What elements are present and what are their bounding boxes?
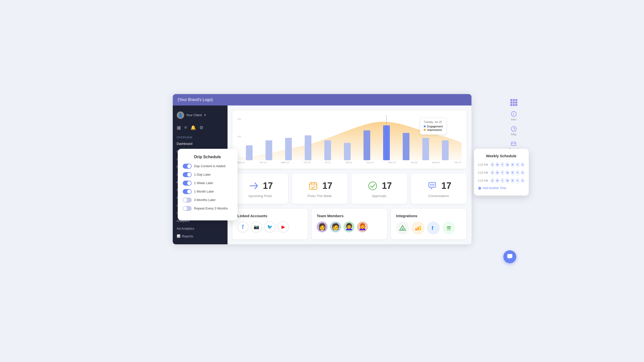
day-W2[interactable]: W (505, 178, 509, 183)
integration-analytics[interactable] (412, 221, 424, 234)
social-youtube[interactable]: ▶ (278, 221, 289, 232)
day-S1[interactable]: S (490, 170, 494, 175)
integration-facebook[interactable]: f (427, 221, 440, 234)
day-W1[interactable]: W (505, 170, 509, 175)
stat-card-conversations: 17 Conversations (411, 174, 466, 204)
sidebar-item-ad-analytics[interactable]: Ad Analytics (173, 225, 228, 232)
stat-card-posts-week: 17 Posts This Week (292, 174, 348, 204)
tooltip-impressions: Impressions (424, 128, 442, 131)
bar-11 (442, 140, 448, 160)
drip-label-4: 3 Months Later (194, 198, 216, 202)
day-S0b[interactable]: S (520, 162, 524, 167)
day-R1[interactable]: R (510, 170, 514, 175)
bar-6 (344, 143, 350, 160)
drip-toggle-0[interactable] (183, 164, 192, 169)
integration-google-drive[interactable]: ▲ (396, 221, 409, 234)
chart-tooltip: Tuesday, Jun 25 Engagement Impressions (420, 118, 446, 135)
stat-card-upcoming: 17 Upcoming Posts (232, 174, 288, 204)
integrations-row: ▲ (396, 221, 462, 234)
chat-button[interactable] (503, 250, 516, 263)
bar-5 (324, 140, 331, 160)
engagement-dot (424, 125, 426, 127)
day-W0[interactable]: W (505, 162, 509, 167)
day-R0[interactable]: R (510, 162, 514, 167)
day-T0[interactable]: T (500, 162, 504, 167)
faq-label: FAQ (511, 133, 516, 136)
conversations-icon (426, 180, 438, 192)
stat-icon-number-approvals: 17 (356, 180, 402, 192)
weekly-schedule-title: Weekly Schedule (478, 154, 525, 158)
menu-icon[interactable]: ≡ (184, 125, 187, 130)
day-F0[interactable]: F (516, 162, 520, 167)
day-T1[interactable]: T (500, 170, 504, 175)
svg-rect-15 (447, 226, 451, 227)
day-F2[interactable]: F (516, 178, 520, 183)
day-S2b[interactable]: S (520, 178, 524, 183)
day-M0[interactable]: M (496, 162, 499, 167)
day-S2[interactable]: S (490, 178, 494, 183)
dropdown-icon: ▼ (204, 114, 206, 116)
svg-rect-17 (447, 229, 451, 230)
approvals-number: 17 (382, 181, 392, 191)
social-twitter[interactable]: 🐦 (264, 221, 275, 232)
linked-accounts-title: Linked Accounts (238, 214, 303, 218)
impressions-dot (424, 129, 426, 131)
bar-10 (422, 138, 429, 160)
day-S1b[interactable]: S (520, 170, 524, 175)
schedule-row-2: 2:22 PM S M T W R F S (478, 178, 525, 183)
bell-icon[interactable]: 🔔 (190, 125, 196, 130)
tooltip-engagement: Engagement (424, 125, 442, 128)
settings-icon[interactable]: ⚙ (200, 125, 204, 130)
sidebar-user[interactable]: 👤 Your Client ▼ (173, 109, 228, 123)
display-icon[interactable]: ▦ (177, 125, 181, 130)
schedule-row-0: 2:22 PM S M T W R F S (478, 162, 525, 167)
drip-toggle-4[interactable] (183, 198, 192, 203)
right-panel-intro[interactable]: i Intro (511, 111, 517, 121)
faq-icon: ? (511, 126, 517, 132)
svg-point-7 (433, 184, 434, 185)
drip-toggle-3[interactable] (183, 189, 192, 194)
add-time-label: Add Another Time (483, 186, 506, 190)
team-member-4: 👩‍🦰 (357, 221, 368, 232)
social-instagram[interactable]: 📷 (251, 221, 262, 232)
chat-icon (506, 253, 513, 260)
right-panel-grid[interactable] (510, 99, 517, 106)
sidebar-item-reports[interactable]: 📊 Reports (173, 232, 228, 240)
day-M1[interactable]: M (496, 170, 499, 175)
day-R2[interactable]: R (510, 178, 514, 183)
svg-text:i: i (513, 112, 514, 116)
team-member-2: 🧑 (330, 221, 341, 232)
drip-toggle-2[interactable] (183, 181, 192, 186)
title-bar: {Your Brand's Logo} (173, 94, 472, 105)
sidebar-item-dashboard[interactable]: Dashboard (173, 140, 228, 148)
right-panel-faq[interactable]: ? FAQ (511, 126, 517, 136)
drip-label-5: Repeat Every 3 Months (194, 207, 228, 210)
y-label-300: 300 (238, 118, 241, 120)
day-T2[interactable]: T (500, 178, 504, 183)
posts-week-number: 17 (322, 181, 332, 191)
bar-3 (285, 138, 292, 160)
grid-icon (510, 99, 517, 106)
sidebar-toolbar: ▦ ≡ 🔔 ⚙ (173, 123, 228, 134)
add-time-button[interactable]: ⊕ Add Another Time (478, 186, 525, 191)
conversations-number: 17 (441, 181, 451, 191)
schedule-time-2: 2:22 PM (478, 179, 490, 182)
social-facebook[interactable]: f (238, 221, 248, 232)
upcoming-label: Upcoming Posts (238, 194, 283, 198)
chart-area: 300 200 Tuesday, Jun 25 Engagement I (238, 115, 462, 160)
svg-rect-13 (420, 226, 421, 230)
svg-rect-0 (310, 183, 317, 189)
drip-item-3: 1 Month Later (183, 189, 232, 194)
svg-rect-11 (416, 228, 417, 230)
intro-label: Intro (511, 118, 516, 121)
drip-item-0: Day Content is Added (183, 164, 232, 169)
day-S0[interactable]: S (490, 162, 494, 167)
day-M2[interactable]: M (496, 178, 499, 183)
drip-toggle-1[interactable] (183, 172, 192, 177)
schedule-time-1: 2:22 PM (478, 171, 490, 174)
day-F1[interactable]: F (516, 170, 520, 175)
linked-accounts-row: f 📷 🐦 ▶ (238, 221, 303, 232)
integration-buffer[interactable] (442, 221, 455, 234)
drip-toggle-5[interactable] (183, 206, 192, 211)
schedule-time-0: 2:22 PM (478, 163, 490, 166)
